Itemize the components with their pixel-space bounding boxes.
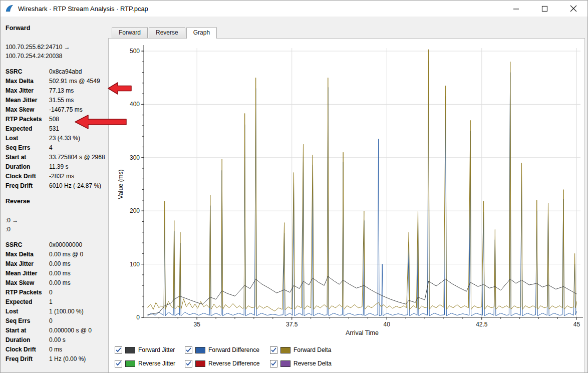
legend-item-reverse-jitter: Reverse Jitter: [115, 360, 185, 367]
red-arrow-annotation-rtp-packets: [75, 114, 127, 130]
y-tick-label: 400: [130, 101, 140, 108]
stat-label: Freq Drift: [6, 181, 49, 191]
forward-flow-destination: 100.70.254.24:20038: [6, 52, 107, 61]
maximize-icon[interactable]: [530, 1, 559, 17]
stat-value: 508: [49, 115, 59, 124]
stat-value: 77.13 ms: [49, 86, 74, 96]
y-tick-label: 200: [130, 207, 140, 214]
forward-stat-row: Start at33.725804 s @ 2968: [6, 153, 107, 162]
window-controls: [502, 1, 587, 17]
stream-stats-panel: Forward 100.70.255.62:24710 → 100.70.254…: [1, 17, 107, 373]
stat-value: 1: [49, 297, 53, 307]
stat-value: 1 Hz (0.00 %): [49, 354, 86, 364]
stat-value: 0.000000 s @ 0: [49, 326, 92, 335]
stat-label: Seq Errs: [6, 143, 49, 153]
stat-value: 0 ms: [49, 345, 62, 354]
forward-stat-row: Duration11.39 s: [6, 162, 107, 172]
red-arrow-annotation-max-jitter: [108, 82, 132, 95]
reverse-stat-row: Max Jitter0.00 ms: [6, 259, 107, 269]
stat-value: 0.00 ms: [49, 269, 71, 278]
stat-value: 502.91 ms @ 4549: [49, 77, 100, 86]
stat-label: Mean Jitter: [6, 96, 49, 105]
tab-reverse[interactable]: Reverse: [149, 27, 185, 38]
reverse-flow-source: :0 →: [6, 216, 107, 225]
stat-label: SSRC: [6, 240, 49, 250]
series-forward-delta: [148, 50, 577, 311]
stat-value: -2832 ms: [49, 172, 74, 181]
stat-value: 0.00 ms @ 0: [49, 250, 83, 259]
legend-color-swatch: [195, 347, 205, 353]
reverse-stat-row: SSRC0x00000000: [6, 240, 107, 250]
legend-label: Forward Jitter: [138, 346, 175, 353]
forward-stat-row: Freq Drift6010 Hz (-24.87 %): [6, 181, 107, 191]
forward-heading: Forward: [6, 25, 107, 32]
stat-value: 4: [49, 143, 53, 153]
legend-color-swatch: [280, 347, 290, 353]
forward-stat-row: Max Jitter77.13 ms: [6, 86, 107, 96]
checkbox-forward-difference[interactable]: [185, 346, 192, 354]
legend-item-forward-delta: Forward Delta: [270, 346, 345, 354]
stat-label: Duration: [6, 162, 49, 172]
y-tick-label: 500: [130, 48, 140, 55]
legend-item-forward-difference: Forward Difference: [185, 346, 270, 354]
reverse-flow: :0 → :0: [6, 216, 107, 234]
forward-stat-row: Seq Errs4: [6, 143, 107, 153]
stat-label: Expected: [6, 297, 49, 307]
title-bar[interactable]: Wireshark · RTP Stream Analysis · RTP.pc…: [1, 1, 587, 17]
stat-value: 0.00 ms: [49, 278, 71, 288]
legend-label: Forward Delta: [293, 346, 331, 353]
legend-color-swatch: [125, 360, 135, 367]
legend-label: Forward Difference: [208, 346, 259, 353]
window-title: Wireshark · RTP Stream Analysis · RTP.pc…: [18, 5, 148, 13]
stat-value: 0: [49, 288, 53, 297]
legend-row-forward: Forward JitterForward DifferenceForward …: [115, 345, 345, 355]
stat-label: Start at: [6, 153, 49, 162]
x-tick-label: 35: [193, 321, 200, 328]
stat-label: Max Skew: [6, 105, 49, 115]
x-tick-label: 45: [573, 321, 580, 328]
stat-label: Expected: [6, 124, 49, 134]
stat-value: 531: [49, 124, 59, 134]
wireshark-rtp-analysis-window: Wireshark · RTP Stream Analysis · RTP.pc…: [0, 0, 588, 373]
close-icon[interactable]: [559, 1, 587, 17]
series-forward-difference: [148, 61, 577, 316]
forward-stat-row: Max Skew-1467.75 ms: [6, 105, 107, 115]
stat-value: 11.39 s: [49, 162, 68, 172]
stat-value: 23 (4.33 %): [49, 134, 80, 143]
forward-stat-row: Mean Jitter31.55 ms: [6, 96, 107, 105]
x-axis-label: Arrival Time: [346, 329, 379, 336]
reverse-stat-row: Clock Drift0 ms: [6, 345, 107, 354]
rtp-stream-graph[interactable]: 3537.54042.5450100200300400500Value (ms)…: [109, 39, 585, 341]
stat-label: RTP Packets: [6, 288, 49, 297]
forward-stat-row: Lost23 (4.33 %): [6, 134, 107, 143]
forward-stat-row: SSRC0x8ca94abd: [6, 67, 107, 77]
stat-label: Lost: [6, 307, 49, 316]
stat-value: 0: [49, 316, 53, 326]
stat-label: RTP Packets: [6, 115, 49, 124]
legend-row-reverse: Reverse JitterReverse DifferenceReverse …: [115, 358, 345, 368]
legend-color-swatch: [280, 360, 290, 367]
reverse-stat-row: Duration0.00 s: [6, 335, 107, 345]
reverse-stat-row: Seq Errs0: [6, 316, 107, 326]
checkbox-reverse-delta[interactable]: [270, 360, 277, 367]
legend-label: Reverse Jitter: [138, 360, 175, 367]
stat-label: Freq Drift: [6, 354, 49, 364]
checkbox-forward-delta[interactable]: [270, 346, 277, 354]
reverse-flow-destination: :0: [6, 225, 107, 234]
checkbox-reverse-difference[interactable]: [185, 360, 192, 367]
tab-graph[interactable]: Graph: [186, 27, 217, 39]
minimize-icon[interactable]: [502, 1, 530, 17]
y-tick-label: 300: [130, 154, 140, 161]
tab-forward[interactable]: Forward: [112, 27, 148, 38]
forward-flow-source: 100.70.255.62:24710 →: [6, 43, 107, 52]
stat-value: -1467.75 ms: [49, 105, 83, 115]
stat-value: 0.00 ms: [49, 259, 71, 269]
y-axis-label: Value (ms): [117, 169, 124, 199]
checkbox-reverse-jitter[interactable]: [115, 360, 122, 367]
checkbox-forward-jitter[interactable]: [115, 346, 122, 354]
reverse-stat-row: Freq Drift1 Hz (0.00 %): [6, 354, 107, 364]
reverse-stat-row: Max Skew0.00 ms: [6, 278, 107, 288]
x-tick-label: 40: [384, 321, 391, 328]
main-area: Forward Reverse Graph 3537.54042.5450100…: [107, 17, 587, 373]
stat-label: Max Jitter: [6, 86, 49, 96]
